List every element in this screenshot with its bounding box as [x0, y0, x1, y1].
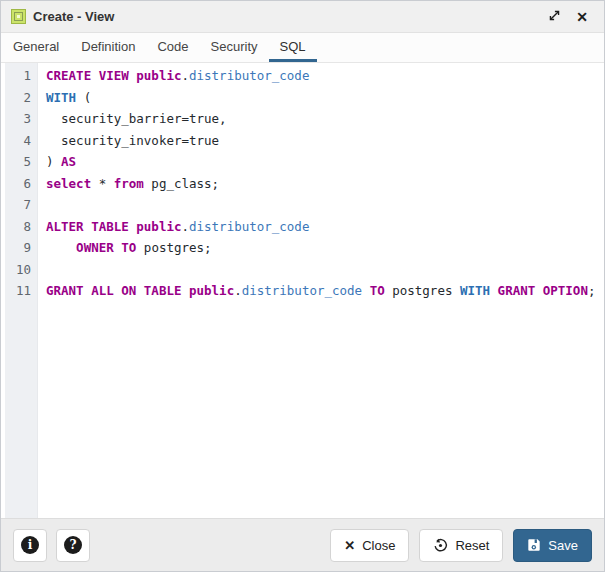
close-icon: ✕ [576, 10, 588, 24]
tab-code[interactable]: Code [146, 33, 199, 62]
maximize-button[interactable] [544, 7, 564, 27]
close-button-label: Close [362, 538, 395, 553]
maximize-icon [548, 9, 561, 25]
line-number: 1 [5, 65, 31, 87]
code-line [46, 259, 600, 281]
create-view-dialog: Create - View ✕ General Definition Code … [0, 0, 605, 572]
dialog-tabbar: General Definition Code Security SQL [1, 33, 604, 63]
view-icon [11, 9, 26, 24]
save-icon [527, 538, 541, 552]
dialog-footer: i ? ✕ Close Reset [1, 518, 604, 571]
help-button[interactable]: ? [56, 529, 90, 562]
sql-editor: 1234567891011 CREATE VIEW public.distrib… [1, 63, 604, 518]
line-number: 8 [5, 216, 31, 238]
reset-button-label: Reset [455, 538, 489, 553]
line-number: 7 [5, 194, 31, 216]
code-line: ) AS [46, 151, 600, 173]
tab-general[interactable]: General [2, 33, 70, 62]
line-number-gutter: 1234567891011 [5, 63, 38, 518]
code-line: ALTER TABLE public.distributor_code [46, 216, 600, 238]
line-number: 6 [5, 173, 31, 195]
dialog-close-button[interactable]: ✕ [572, 7, 592, 27]
sql-code-area[interactable]: CREATE VIEW public.distributor_codeWITH … [38, 63, 604, 518]
tab-security[interactable]: Security [200, 33, 269, 62]
help-icon: ? [64, 536, 82, 554]
code-line: security_barrier=true, [46, 108, 600, 130]
line-number: 11 [5, 280, 31, 302]
dialog-title: Create - View [33, 9, 114, 24]
line-number: 9 [5, 237, 31, 259]
save-button[interactable]: Save [513, 529, 592, 562]
close-x-icon: ✕ [344, 539, 355, 552]
code-line: select * from pg_class; [46, 173, 600, 195]
tab-sql[interactable]: SQL [269, 33, 317, 62]
dialog-titlebar: Create - View ✕ [1, 1, 604, 33]
code-line: OWNER TO postgres; [46, 237, 600, 259]
code-line: GRANT ALL ON TABLE public.distributor_co… [46, 280, 600, 302]
line-number: 3 [5, 108, 31, 130]
code-line [46, 194, 600, 216]
line-number: 4 [5, 130, 31, 152]
line-number: 5 [5, 151, 31, 173]
save-button-label: Save [548, 538, 578, 553]
line-number: 10 [5, 259, 31, 281]
info-button[interactable]: i [13, 529, 47, 562]
close-button[interactable]: ✕ Close [330, 529, 409, 562]
code-line: CREATE VIEW public.distributor_code [46, 65, 600, 87]
code-line: security_invoker=true [46, 130, 600, 152]
info-icon: i [21, 536, 39, 554]
line-number: 2 [5, 87, 31, 109]
reset-button[interactable]: Reset [419, 529, 503, 562]
tab-definition[interactable]: Definition [70, 33, 146, 62]
reset-icon [433, 538, 448, 553]
code-line: WITH ( [46, 87, 600, 109]
